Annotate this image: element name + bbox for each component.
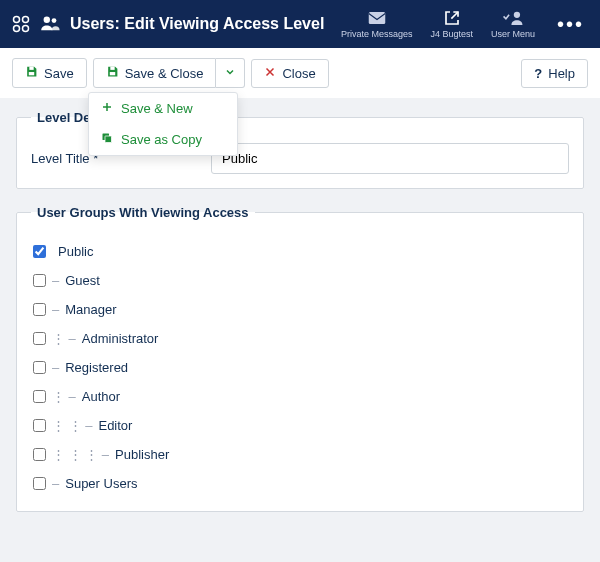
top-bar: Users: Edit Viewing Access Level Private… [0, 0, 600, 48]
save-button[interactable]: Save [12, 58, 87, 88]
svg-rect-6 [368, 12, 385, 24]
group-row[interactable]: ⋮ – Author [33, 389, 567, 404]
envelope-icon [368, 9, 386, 27]
group-checkbox[interactable] [33, 245, 46, 258]
svg-point-3 [23, 26, 29, 32]
fieldset-legend: User Groups With Viewing Access [31, 205, 255, 220]
group-label: Public [58, 244, 93, 259]
svg-rect-8 [29, 67, 33, 70]
group-row[interactable]: ⋮ ⋮ – Editor [33, 418, 567, 433]
tree-indent: – [52, 302, 59, 317]
svg-rect-10 [110, 67, 114, 70]
group-row[interactable]: – Guest [33, 273, 567, 288]
group-row[interactable]: Public [33, 244, 567, 259]
save-dropdown-menu: Save & New Save as Copy [88, 92, 238, 156]
svg-point-7 [514, 12, 520, 18]
save-icon [106, 65, 119, 81]
user-groups-fieldset: User Groups With Viewing Access Public– … [16, 205, 584, 512]
help-button[interactable]: ? Help [521, 59, 588, 88]
group-checkbox[interactable] [33, 303, 46, 316]
button-label: Help [548, 66, 575, 81]
svg-rect-13 [105, 136, 112, 143]
tree-indent: ⋮ – [52, 389, 76, 404]
svg-point-2 [14, 26, 20, 32]
group-row[interactable]: – Manager [33, 302, 567, 317]
nav-label: Private Messages [341, 29, 413, 39]
close-button[interactable]: Close [251, 59, 328, 88]
group-label: Author [82, 389, 120, 404]
group-checkbox[interactable] [33, 390, 46, 403]
button-label: Close [282, 66, 315, 81]
item-label: Save & New [121, 101, 193, 116]
toolbar: Save Save & Close Close ? Help Save & [0, 48, 600, 98]
group-row[interactable]: ⋮ – Administrator [33, 331, 567, 346]
tree-indent: ⋮ – [52, 331, 76, 346]
save-close-group: Save & Close [93, 58, 246, 88]
nav-label: User Menu [491, 29, 535, 39]
nav-label: J4 Bugtest [430, 29, 473, 39]
tree-indent: – [52, 476, 59, 491]
save-icon [25, 65, 38, 81]
button-label: Save & Close [125, 66, 204, 81]
save-copy-item[interactable]: Save as Copy [89, 124, 237, 155]
svg-point-1 [23, 17, 29, 23]
group-label: Administrator [82, 331, 159, 346]
copy-icon [101, 132, 113, 147]
svg-rect-9 [29, 72, 34, 75]
tree-indent: ⋮ ⋮ – [52, 418, 92, 433]
save-new-item[interactable]: Save & New [89, 93, 237, 124]
svg-rect-11 [109, 72, 114, 75]
tree-indent: – [52, 273, 59, 288]
group-checkbox[interactable] [33, 274, 46, 287]
group-row[interactable]: – Registered [33, 360, 567, 375]
group-row[interactable]: ⋮ ⋮ ⋮ – Publisher [33, 447, 567, 462]
save-dropdown-toggle[interactable] [216, 58, 245, 88]
svg-point-4 [44, 16, 50, 22]
svg-point-5 [52, 18, 57, 23]
more-menu-icon[interactable]: ••• [553, 13, 588, 36]
help-icon: ? [534, 66, 542, 81]
group-checkbox[interactable] [33, 361, 46, 374]
nav-user-menu[interactable]: User Menu [491, 9, 535, 39]
top-bar-right: Private Messages J4 Bugtest User Menu ••… [341, 9, 588, 39]
close-icon [264, 66, 276, 81]
nav-site-link[interactable]: J4 Bugtest [430, 9, 473, 39]
nav-private-messages[interactable]: Private Messages [341, 9, 413, 39]
group-checkbox[interactable] [33, 477, 46, 490]
group-checkbox[interactable] [33, 419, 46, 432]
plus-icon [101, 101, 113, 116]
group-checkbox[interactable] [33, 448, 46, 461]
button-label: Save [44, 66, 74, 81]
tree-indent: – [52, 360, 59, 375]
group-label: Super Users [65, 476, 137, 491]
level-title-input[interactable] [211, 143, 569, 174]
top-bar-left: Users: Edit Viewing Access Level [12, 15, 324, 34]
group-checkbox[interactable] [33, 332, 46, 345]
group-label: Registered [65, 360, 128, 375]
group-label: Guest [65, 273, 100, 288]
content-area: Level Details Level Title * User Groups … [0, 98, 600, 548]
svg-point-0 [14, 17, 20, 23]
item-label: Save as Copy [121, 132, 202, 147]
page-title: Users: Edit Viewing Access Level [70, 15, 324, 33]
group-row[interactable]: – Super Users [33, 476, 567, 491]
group-label: Manager [65, 302, 116, 317]
user-check-icon [502, 9, 524, 27]
users-icon [40, 15, 60, 34]
chevron-down-icon [224, 66, 236, 81]
group-label: Editor [98, 418, 132, 433]
save-close-button[interactable]: Save & Close [93, 58, 217, 88]
group-label: Publisher [115, 447, 169, 462]
external-link-icon [444, 9, 460, 27]
tree-indent: ⋮ ⋮ ⋮ – [52, 447, 109, 462]
joomla-logo-icon[interactable] [12, 15, 30, 33]
group-list: Public– Guest– Manager⋮ – Administrator–… [31, 238, 569, 497]
